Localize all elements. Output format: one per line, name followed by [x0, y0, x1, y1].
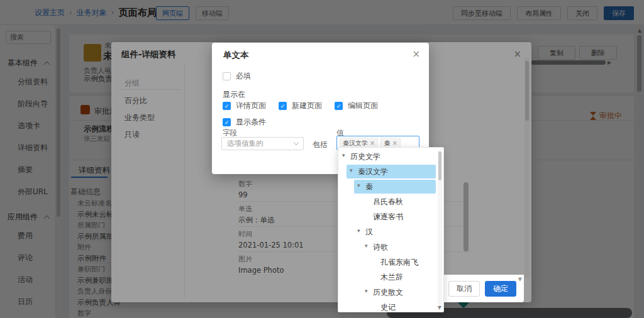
chevron-down-icon: [294, 140, 299, 145]
tag-label: 秦汉文学: [343, 139, 368, 148]
tree-node-label: 诗歌: [373, 242, 388, 253]
tree-expand-icon[interactable]: ▾: [357, 182, 360, 189]
tree-node-label: 秦: [365, 182, 373, 192]
tree-expand-icon[interactable]: ▾: [342, 152, 345, 158]
required-label: 必填: [236, 71, 251, 82]
tag-label: 秦: [384, 139, 390, 148]
close-icon[interactable]: ×: [412, 50, 420, 59]
dropdown-scrollbar-thumb[interactable]: [438, 151, 441, 180]
tree-node[interactable]: ▾历史散文: [338, 285, 444, 300]
tree-node[interactable]: ▾诗歌: [338, 239, 444, 255]
confirm-button[interactable]: 确定: [485, 281, 516, 297]
cancel-button[interactable]: 取消: [448, 281, 480, 297]
tree-node-label: 吕氏春秋: [373, 197, 403, 207]
tree-expand-icon[interactable]: ▾: [357, 228, 360, 234]
tree-node-label: 孔雀东南飞: [380, 257, 418, 268]
field-select[interactable]: 选项值集的: [221, 137, 304, 150]
condition-checkbox-row[interactable]: ✓ 显示条件: [223, 117, 266, 128]
tree-node[interactable]: 木兰辞: [338, 270, 444, 285]
page-checkbox[interactable]: ✓: [279, 102, 287, 110]
tree-expand-icon[interactable]: ▾: [365, 288, 368, 294]
tree-node[interactable]: ▾秦汉文学: [338, 164, 444, 179]
field-label: 字段: [223, 128, 237, 138]
tag-remove-icon[interactable]: ×: [370, 140, 375, 146]
page-checkbox[interactable]: ✓: [223, 102, 231, 110]
tree-expand-icon[interactable]: ▾: [365, 243, 368, 249]
page-layout-editor: 设置主页 › 业务对象 › 页面布局 网页端移动端 同步至移动端布局属性关闭保存…: [0, 0, 644, 318]
tree-node[interactable]: 史记: [338, 300, 444, 312]
scroll-down-icon[interactable]: ▼: [438, 305, 441, 310]
page-checkbox[interactable]: ✓: [335, 102, 343, 110]
required-checkbox[interactable]: [223, 72, 231, 80]
tree-node-label: 木兰辞: [380, 272, 403, 283]
tree-node[interactable]: ▾秦: [338, 179, 444, 194]
required-checkbox-row[interactable]: 必填: [223, 71, 251, 82]
show-in-option[interactable]: ✓详情页面: [223, 101, 266, 111]
tree-node[interactable]: ▾汉: [338, 224, 444, 239]
condition-checkbox[interactable]: ✓: [223, 118, 231, 126]
checkbox-label: 编辑页面: [348, 101, 378, 111]
tree-node[interactable]: 孔雀东南飞: [338, 255, 444, 270]
show-in-options: ✓详情页面✓新建页面✓编辑页面: [223, 101, 378, 111]
tree-node-label: 史记: [380, 302, 396, 312]
condition-label: 显示条件: [236, 117, 266, 128]
value-tree-dropdown: ▾历史文学▾秦汉文学▾秦吕氏春秋谏逐客书▾汉▾诗歌孔雀东南飞木兰辞▾历史散文史记…: [338, 147, 444, 312]
inner-modal-title: 单文本: [223, 50, 249, 61]
tree-node[interactable]: ▾历史文学: [338, 149, 444, 164]
show-in-label: 显示在: [223, 89, 245, 100]
scroll-down-icon[interactable]: ▼: [518, 277, 522, 282]
tree-node[interactable]: 吕氏春秋: [338, 194, 444, 209]
tree-node-label: 秦汉文学: [358, 167, 388, 177]
tree-node-label: 汉: [365, 227, 373, 238]
tag-remove-icon[interactable]: ×: [392, 140, 397, 146]
tree-node[interactable]: 谏逐客书: [338, 209, 444, 224]
checkbox-label: 新建页面: [292, 101, 322, 111]
operator-text: 包括: [313, 140, 328, 150]
checkbox-label: 详情页面: [236, 101, 266, 111]
tree-node-label: 历史文学: [350, 151, 380, 162]
show-in-option[interactable]: ✓编辑页面: [335, 101, 378, 111]
field-select-value: 选项值集的: [227, 139, 264, 148]
show-in-option[interactable]: ✓新建页面: [279, 101, 322, 111]
tree-expand-icon[interactable]: ▾: [350, 167, 353, 173]
tree-node-label: 谏逐客书: [373, 212, 403, 222]
tree-node-label: 历史散文: [373, 287, 403, 298]
